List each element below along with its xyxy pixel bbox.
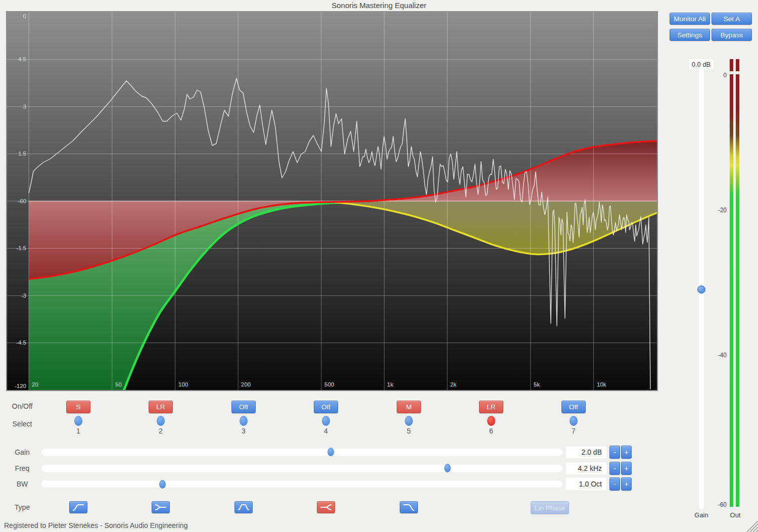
bw-value[interactable]: 1.0 Oct (566, 478, 606, 490)
band-2-onoff-button[interactable]: LR (149, 401, 173, 413)
registration-status: Registered to Pieter Stenekes - Sonoris … (4, 521, 187, 529)
band-number: 2 (155, 427, 167, 435)
bypass-label: Bypass (721, 31, 743, 39)
band-7-onoff-button[interactable]: Off (561, 401, 586, 413)
filter-type-highpass-button[interactable] (69, 501, 87, 513)
freq-slider-track[interactable] (41, 465, 562, 472)
svg-text:-120: -120 (15, 383, 26, 389)
svg-text:-1.5: -1.5 (16, 245, 26, 251)
bw-plus-button[interactable]: + (621, 477, 632, 491)
bypass-button[interactable]: Bypass (712, 29, 752, 41)
svg-text:1.5: 1.5 (18, 151, 26, 157)
svg-text:1k: 1k (387, 381, 393, 388)
band-1-select-dot[interactable] (74, 416, 82, 426)
gain-slider-thumb[interactable] (327, 448, 334, 456)
set-a-label: Set A (724, 15, 740, 23)
band-onoff-label: Off (321, 403, 330, 411)
settings-label: Settings (678, 31, 702, 39)
band-onoff-label: Off (569, 403, 578, 411)
filter-type-lowpass-button[interactable] (400, 501, 418, 513)
svg-text:20: 20 (32, 381, 38, 388)
svg-text:5k: 5k (534, 381, 540, 388)
band-4-select-dot[interactable] (322, 416, 330, 426)
resize-grip-icon[interactable] (743, 517, 758, 532)
eq-graph[interactable]: 04.531.5-60-1.5-3-4.5-12020501002005001k… (6, 11, 658, 391)
gain-axis-label: Gain (689, 511, 714, 519)
filter-type-low-shelf-button[interactable] (152, 501, 170, 513)
lin-phase-button[interactable]: Lin Phase (531, 501, 569, 514)
gain-slider-track[interactable] (41, 449, 562, 456)
svg-text:3: 3 (23, 104, 26, 110)
band-number: 5 (403, 427, 415, 435)
lin-phase-label: Lin Phase (535, 504, 565, 512)
band-5-onoff-button[interactable]: M (397, 401, 421, 413)
meter-scale-label: -40 (709, 352, 727, 359)
freq-slider-thumb[interactable] (444, 464, 451, 472)
meter-scale-label: 0 (709, 72, 727, 79)
svg-text:0: 0 (23, 13, 26, 19)
window-title: Sonoris Mastering Equalizer (0, 1, 758, 10)
set-a-button[interactable]: Set A (712, 13, 752, 25)
row-label-freq: Freq (1, 464, 43, 472)
svg-text:500: 500 (324, 381, 334, 388)
monitor-all-button[interactable]: Monitor All (670, 13, 710, 25)
svg-text:200: 200 (241, 381, 251, 388)
band-1-onoff-button[interactable]: S (66, 401, 90, 413)
meter-bar-left (730, 74, 733, 507)
meter-scale-label: -20 (709, 207, 727, 214)
band-number: 4 (320, 427, 332, 435)
highpass-icon (72, 503, 85, 511)
row-label-select: Select (1, 420, 43, 428)
band-7-select-dot[interactable] (570, 416, 578, 426)
settings-button[interactable]: Settings (670, 29, 710, 41)
svg-text:-4.5: -4.5 (16, 340, 26, 346)
freq-minus-button[interactable]: - (609, 462, 620, 475)
band-3-select-dot[interactable] (240, 416, 248, 426)
svg-text:2k: 2k (450, 381, 456, 388)
band-6-select-dot[interactable] (487, 416, 495, 426)
band-3-onoff-button[interactable]: Off (231, 401, 256, 413)
band-2-select-dot[interactable] (157, 416, 165, 426)
bw-slider-track[interactable] (41, 480, 562, 488)
gain-value[interactable]: 2.0 dB (566, 446, 606, 458)
svg-text:-60: -60 (18, 198, 26, 204)
band-onoff-label: LR (156, 403, 165, 411)
filter-type-peak-button[interactable] (234, 501, 253, 513)
freq-value[interactable]: 4.2 kHz (566, 462, 606, 474)
row-label-onoff: On/Off (1, 402, 43, 410)
filter-type-high-shelf-button[interactable] (317, 501, 335, 513)
band-5-select-dot[interactable] (405, 416, 413, 426)
band-6-onoff-button[interactable]: LR (479, 401, 503, 413)
low-shelf-icon (154, 503, 167, 511)
svg-text:4.5: 4.5 (18, 56, 26, 62)
svg-text:-3: -3 (21, 293, 26, 299)
svg-text:100: 100 (178, 381, 188, 388)
row-label-bw: BW (1, 480, 43, 488)
row-label-type: Type (1, 503, 43, 511)
band-onoff-label: LR (487, 403, 495, 411)
freq-plus-button[interactable]: + (621, 462, 632, 475)
band-onoff-label: Off (239, 403, 248, 411)
svg-text:10k: 10k (597, 381, 606, 388)
bw-minus-button[interactable]: - (609, 477, 620, 491)
band-number: 3 (238, 427, 250, 435)
band-onoff-label: S (76, 403, 80, 411)
row-label-gain: Gain (1, 448, 43, 456)
bw-slider-thumb[interactable] (159, 480, 166, 489)
meter-peak-left (730, 59, 733, 71)
output-gain-slider-thumb[interactable] (697, 285, 705, 294)
lowpass-icon (402, 503, 415, 511)
gain-plus-button[interactable]: + (621, 446, 632, 459)
monitor-all-label: Monitor All (674, 15, 705, 23)
meter-bar-right (736, 74, 739, 507)
high-shelf-icon (319, 503, 333, 511)
band-number: 6 (485, 427, 497, 435)
band-4-onoff-button[interactable]: Off (314, 401, 338, 413)
band-number: 1 (72, 427, 84, 435)
eq-graph-canvas: 04.531.5-60-1.5-3-4.5-12020501002005001k… (7, 12, 657, 390)
meter-peak-right (736, 59, 739, 71)
peak-icon (237, 503, 250, 511)
band-number: 7 (567, 427, 580, 435)
svg-text:50: 50 (115, 381, 122, 388)
gain-minus-button[interactable]: - (609, 446, 620, 459)
